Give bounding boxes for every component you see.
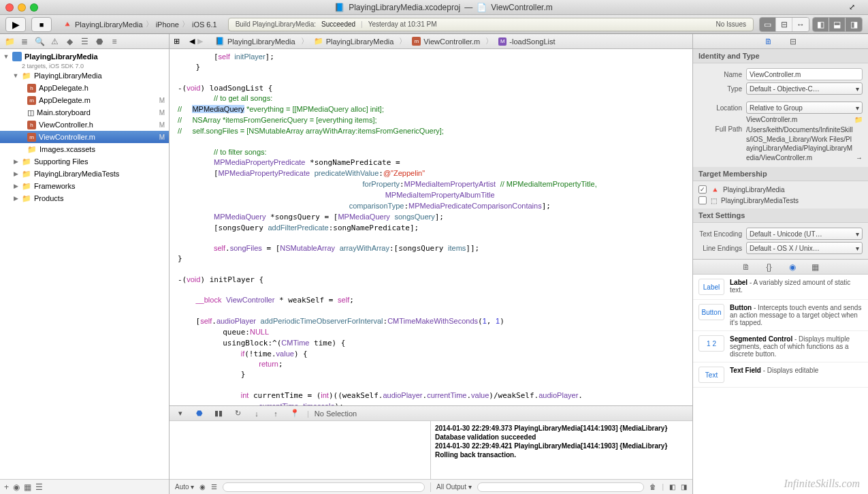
all-output-selector[interactable]: All Output ▾ [436, 483, 472, 491]
debug-area: ▾ ⬣ ▮▮ ↻ ↓ ↑ 📍 | No Selection 2014-01-30… [170, 405, 692, 494]
activity-lcd: Build PlayingLibraryMedia: Succeeded | Y… [228, 18, 754, 31]
hide-debug-icon[interactable]: ▾ [174, 408, 187, 419]
step-out-icon[interactable]: ↑ [269, 408, 283, 419]
project-tree[interactable]: ▼ PlayingLibraryMedia 2 targets, iOS SDK… [0, 49, 169, 479]
file-item[interactable]: hViewController.hM [0, 119, 169, 131]
target-checkbox[interactable]: ✓ [698, 185, 707, 194]
close-window-button[interactable] [5, 3, 14, 12]
code-snippet-tab[interactable]: {} [764, 262, 775, 273]
variables-filter[interactable] [223, 482, 425, 492]
jump-file[interactable]: mViewController.m [409, 37, 483, 46]
jump-project[interactable]: 📘PlayingLibraryMedia [212, 37, 298, 46]
test-navigator-icon[interactable]: ◆ [64, 36, 75, 47]
jump-symbol[interactable]: M-loadSongList [496, 37, 558, 46]
editor-mode-selector[interactable]: ▭ ⊟ ↔ [759, 17, 809, 32]
minimize-window-button[interactable] [18, 3, 26, 12]
quick-help-tab[interactable]: ⊟ [788, 36, 799, 47]
search-navigator-icon[interactable]: 🔍 [34, 36, 45, 47]
inspector-tabs: 🗎 ⊟ [693, 34, 868, 49]
navigator-toggle-button[interactable]: ◧ [813, 18, 829, 31]
debug-footer: Auto ▾ ◉ ☰ All Output ▾ 🗑 | ◧ ◨ [170, 479, 692, 494]
console-filter[interactable] [477, 482, 645, 492]
related-items-icon[interactable]: ⊞ [174, 37, 180, 46]
run-button[interactable]: ▶ [5, 17, 26, 32]
eye-icon[interactable]: ◉ [199, 483, 206, 491]
standard-editor-button[interactable]: ▭ [760, 18, 776, 31]
breakpoint-navigator-icon[interactable]: ⬣ [94, 36, 105, 47]
forward-button[interactable]: ▶ [197, 37, 203, 46]
back-button[interactable]: ◀ [189, 37, 195, 46]
variables-pane[interactable] [170, 421, 431, 479]
source-editor[interactable]: [self initPlayer]; } -(void) loadSongLis… [170, 49, 692, 405]
file-template-tab[interactable]: 🗎 [741, 262, 752, 273]
location-icon[interactable]: 📍 [288, 408, 302, 419]
jump-group[interactable]: 📁PlayingLibraryMedia [311, 37, 397, 46]
console-pane[interactable]: 2014-01-30 22:29:49.373 PlayingLibraryMe… [431, 421, 692, 479]
no-selection-label: No Selection [315, 410, 357, 418]
jump-bar[interactable]: ⊞ ◀ ▶ 📘PlayingLibraryMedia 〉 📁PlayingLib… [170, 34, 692, 49]
file-item[interactable]: hAppDelegate.h [0, 82, 169, 94]
pane-left-icon[interactable]: ◧ [669, 483, 675, 491]
log-navigator-icon[interactable]: ≡ [109, 36, 120, 47]
debug-toggle-button[interactable]: ⬓ [829, 18, 846, 31]
recent-icon[interactable]: ◉ [13, 482, 20, 492]
library-item[interactable]: ButtonButton - Intercepts touch events a… [693, 300, 868, 331]
filter-icon[interactable]: ☰ [35, 482, 43, 492]
pane-right-icon[interactable]: ◨ [681, 483, 687, 491]
folder-chooser-icon[interactable]: 📁 [854, 116, 863, 123]
encoding-select[interactable]: Default - Unicode (UT…▾ [746, 228, 863, 240]
scm-icon[interactable]: ▦ [24, 482, 31, 492]
file-type-select[interactable]: Default - Objective-C…▾ [746, 82, 863, 95]
lineendings-select[interactable]: Default - OS X / Unix…▾ [746, 242, 863, 254]
library-item[interactable]: 1 2Segmented Control - Displays multiple… [693, 331, 868, 362]
file-item[interactable]: 📁Images.xcassets [0, 143, 169, 155]
panel-toggle-selector[interactable]: ◧ ⬓ ◨ [812, 17, 863, 32]
window-title: 📘 PlayingLibraryMedia.xcodeproj — 📄 View… [38, 3, 849, 12]
trash-icon[interactable]: 🗑 [649, 483, 656, 491]
folder-icon: 📁 [22, 170, 31, 179]
target-checkbox[interactable] [698, 196, 707, 204]
app-icon: 🔺 [63, 20, 72, 29]
debug-navigator-icon[interactable]: ☰ [79, 36, 90, 47]
object-library-tab[interactable]: ◉ [787, 262, 798, 273]
zoom-window-button[interactable] [30, 3, 38, 12]
project-navigator-icon[interactable]: 📁 [4, 36, 15, 47]
symbol-navigator-icon[interactable]: ≣ [19, 36, 30, 47]
file-item[interactable]: mAppDelegate.mM [0, 94, 169, 106]
stop-button[interactable]: ■ [31, 17, 52, 32]
project-root[interactable]: ▼ PlayingLibraryMedia [0, 50, 169, 63]
file-item[interactable]: mViewController.mM [0, 131, 169, 143]
list-icon[interactable]: ☰ [211, 483, 217, 491]
add-icon[interactable]: + [4, 482, 9, 492]
library-item[interactable]: TextText Field - Displays editable [693, 362, 868, 388]
target-membership-row[interactable]: ⬚PlayingLibraryMediaTests [698, 195, 863, 206]
impl-file-icon: m [27, 96, 36, 105]
reveal-icon[interactable]: → [856, 153, 863, 163]
step-in-icon[interactable]: ↓ [250, 408, 263, 419]
fullscreen-icon[interactable]: ⤢ [849, 3, 863, 12]
file-name-field[interactable]: ViewController.m [746, 68, 863, 80]
navigator-tab-bar: 📁 ≣ 🔍 ⚠ ◆ ☰ ⬣ ≡ [0, 34, 169, 49]
breakpoints-icon[interactable]: ⬣ [193, 408, 206, 419]
media-library-tab[interactable]: ▦ [810, 262, 821, 273]
auto-scope-selector[interactable]: Auto ▾ [175, 483, 194, 491]
issue-navigator-icon[interactable]: ⚠ [49, 36, 60, 47]
assistant-editor-button[interactable]: ⊟ [776, 18, 792, 31]
group-item[interactable]: ▶📁Products [0, 192, 169, 204]
file-inspector-tab[interactable]: 🗎 [763, 36, 774, 47]
scheme-selector[interactable]: 🔺 PlayingLibraryMedia 〉 iPhone 〉 iOS 6.1 [57, 18, 223, 31]
group-item[interactable]: ▶📁Frameworks [0, 180, 169, 192]
step-over-icon[interactable]: ↻ [231, 408, 244, 419]
file-item[interactable]: ▶📁Supporting Files [0, 155, 169, 168]
traffic-lights [5, 3, 38, 12]
group-item[interactable]: ▶📁PlayingLibraryMediaTests [0, 168, 169, 180]
file-item[interactable]: ◫Main.storyboardM [0, 106, 169, 119]
pause-icon[interactable]: ▮▮ [212, 408, 225, 419]
group-item[interactable]: ▼📁PlayingLibraryMedia [0, 70, 169, 82]
location-select[interactable]: Relative to Group▾ [746, 102, 863, 114]
object-library-list[interactable]: LabelLabel - A variably sized amount of … [693, 275, 868, 494]
inspector-toggle-button[interactable]: ◨ [846, 18, 862, 31]
version-editor-button[interactable]: ↔ [792, 18, 809, 31]
library-item[interactable]: LabelLabel - A variably sized amount of … [693, 275, 868, 300]
target-membership-row[interactable]: ✓🔺PlayingLibraryMedia [698, 184, 863, 195]
